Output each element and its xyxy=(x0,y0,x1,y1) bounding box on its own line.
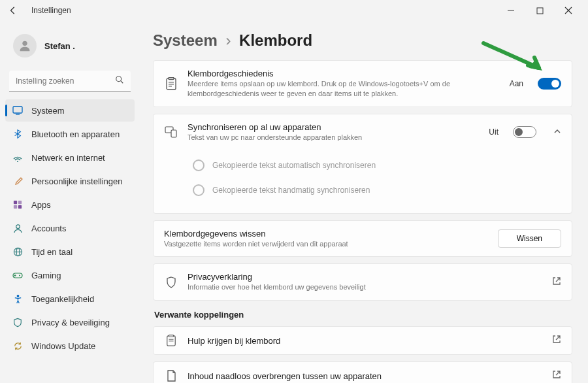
sidebar-item-time-language[interactable]: Tijd en taal xyxy=(5,241,135,263)
svg-rect-8 xyxy=(14,201,17,204)
radio-icon xyxy=(193,184,204,196)
chevron-right-icon: › xyxy=(225,31,231,49)
svg-point-18 xyxy=(16,294,19,297)
update-icon xyxy=(12,340,24,352)
network-icon xyxy=(12,152,24,163)
clipboard-icon xyxy=(164,77,178,90)
sidebar-item-network[interactable]: Netwerk en internet xyxy=(5,146,135,169)
search-input[interactable] xyxy=(9,71,131,92)
globe-icon xyxy=(12,246,24,258)
sync-icon xyxy=(164,126,178,138)
sidebar-item-label: Privacy & beveiliging xyxy=(31,318,110,327)
privacy-link[interactable]: Privacyverklaring Informatie over hoe he… xyxy=(154,264,572,300)
sync-option-manual[interactable]: Gekopieerde tekst handmatig synchroniser… xyxy=(193,178,561,203)
svg-rect-21 xyxy=(169,77,174,79)
sidebar-item-privacy[interactable]: Privacy & beveiliging xyxy=(5,311,135,333)
sidebar-item-gaming[interactable]: Gaming xyxy=(5,264,135,286)
privacy-desc: Informatie over hoe het klembord uw gege… xyxy=(188,282,543,292)
svg-rect-11 xyxy=(18,205,22,208)
sync-option-auto[interactable]: Gekopieerde tekst automatisch synchronis… xyxy=(193,153,561,178)
sidebar-item-label: Tijd en taal xyxy=(31,247,73,257)
back-button[interactable] xyxy=(5,3,21,18)
svg-rect-9 xyxy=(18,201,22,204)
sidebar-item-label: Windows Update xyxy=(31,341,95,351)
apps-icon xyxy=(12,199,24,210)
svg-point-2 xyxy=(22,41,27,46)
close-button[interactable] xyxy=(554,0,583,21)
sidebar-item-label: Persoonlijke instellingen xyxy=(31,176,122,186)
external-link-icon xyxy=(552,276,561,288)
radio-icon xyxy=(193,159,204,171)
history-toggle-label: Aan xyxy=(510,79,523,88)
related-link-label: Inhoud naadloos overbrengen tussen uw ap… xyxy=(188,371,543,381)
svg-rect-26 xyxy=(171,130,176,137)
history-toggle[interactable] xyxy=(538,78,561,90)
gaming-icon xyxy=(12,269,24,281)
shield-icon xyxy=(164,276,178,288)
sync-desc: Tekst van uw pc naar ondersteunde appara… xyxy=(188,133,480,142)
svg-rect-1 xyxy=(537,8,543,14)
svg-point-7 xyxy=(17,161,18,162)
brush-icon xyxy=(12,175,24,187)
bluetooth-icon xyxy=(12,128,24,140)
sync-toggle[interactable] xyxy=(513,126,536,138)
user-name: Stefan . xyxy=(44,41,75,51)
sidebar-item-personalization[interactable]: Persoonlijke instellingen xyxy=(5,170,135,192)
user-profile[interactable]: Stefan . xyxy=(5,29,135,63)
related-header: Verwante koppelingen xyxy=(154,310,572,320)
sidebar-item-bluetooth[interactable]: Bluetooth en apparaten xyxy=(5,123,135,145)
accessibility-icon xyxy=(12,293,24,305)
svg-line-4 xyxy=(121,81,123,84)
sidebar-item-label: Bluetooth en apparaten xyxy=(31,129,120,139)
sync-toggle-label: Uit xyxy=(489,127,498,137)
sync-option-label: Gekopieerde tekst handmatig synchroniser… xyxy=(212,186,370,195)
history-title: Klembordgeschiedenis xyxy=(188,69,500,78)
privacy-title: Privacyverklaring xyxy=(188,272,543,282)
clear-desc: Vastgezette items worden niet verwijderd… xyxy=(164,239,489,249)
window-title: Instellingen xyxy=(31,6,71,15)
svg-point-17 xyxy=(19,275,20,276)
accounts-icon xyxy=(12,222,24,234)
search-icon xyxy=(115,75,124,87)
related-link-transfer[interactable]: Inhoud naadloos overbrengen tussen uw ap… xyxy=(154,362,572,383)
avatar xyxy=(13,34,37,58)
sidebar-item-apps[interactable]: Apps xyxy=(5,193,135,216)
svg-rect-28 xyxy=(169,335,173,337)
chevron-up-icon[interactable] xyxy=(553,126,561,138)
sidebar-item-accounts[interactable]: Accounts xyxy=(5,217,135,239)
external-link-icon xyxy=(552,370,561,382)
sidebar-item-label: Gaming xyxy=(31,271,61,280)
sync-option-label: Gekopieerde tekst automatisch synchronis… xyxy=(212,161,376,170)
system-icon xyxy=(12,105,24,116)
sidebar-item-system[interactable]: Systeem xyxy=(5,99,135,122)
svg-rect-10 xyxy=(14,205,17,208)
breadcrumb-parent[interactable]: Systeem xyxy=(153,31,218,49)
sidebar-item-windows-update[interactable]: Windows Update xyxy=(5,335,135,357)
sidebar-item-label: Systeem xyxy=(31,106,65,116)
svg-point-3 xyxy=(116,76,122,82)
page-icon xyxy=(164,370,178,382)
clear-button[interactable]: Wissen xyxy=(498,229,561,248)
svg-point-12 xyxy=(16,224,20,228)
breadcrumb-current: Klembord xyxy=(239,31,312,49)
sidebar-item-label: Toegankelijkheid xyxy=(31,294,94,304)
related-link-label: Hulp krijgen bij klembord xyxy=(188,336,543,346)
sidebar-item-label: Apps xyxy=(31,200,51,210)
clipboard-icon xyxy=(164,335,178,346)
sidebar-item-label: Accounts xyxy=(31,224,66,233)
breadcrumb: Systeem › Klembord xyxy=(153,31,572,50)
svg-rect-5 xyxy=(13,107,22,113)
minimize-button[interactable] xyxy=(497,0,525,21)
sidebar-item-label: Netwerk en internet xyxy=(31,153,105,163)
external-link-icon xyxy=(552,335,561,346)
clear-title: Klembordgegevens wissen xyxy=(164,229,489,239)
sidebar-item-accessibility[interactable]: Toegankelijkheid xyxy=(5,288,135,310)
shield-icon xyxy=(12,316,24,328)
maximize-button[interactable] xyxy=(525,0,554,21)
history-desc: Meerdere items opslaan op uw klembord. D… xyxy=(188,79,500,99)
related-link-help[interactable]: Hulp krijgen bij klembord xyxy=(154,327,572,354)
sync-title: Synchroniseren op al uw apparaten xyxy=(188,122,480,132)
